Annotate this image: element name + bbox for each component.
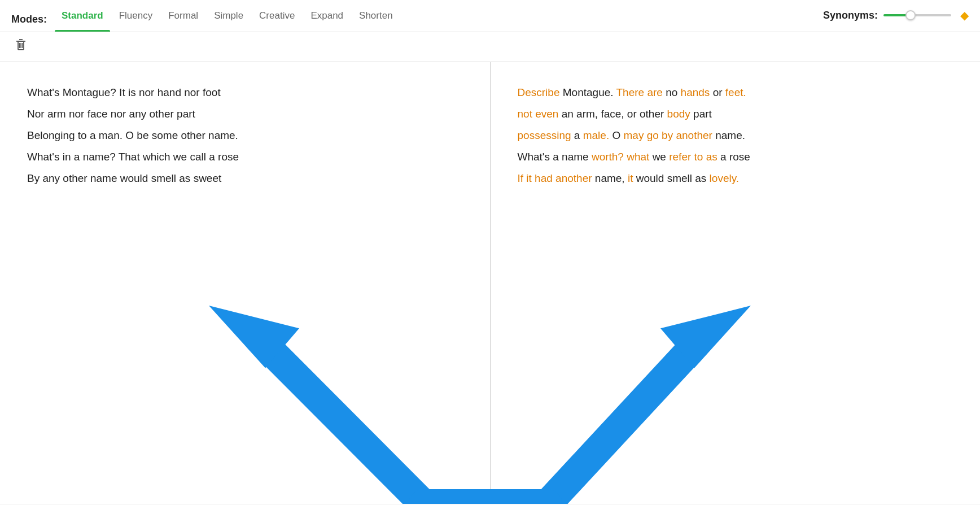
tab-fluency[interactable]: Fluency <box>112 7 160 32</box>
span-hands: hands <box>681 86 710 98</box>
slider-thumb <box>905 10 916 20</box>
span-montague: Montague. <box>563 86 616 98</box>
left-line-5: By any other name would smell as sweet <box>27 168 463 189</box>
span-a-rose: a rose <box>720 151 750 163</box>
left-line-4: What's in a name? That which we call a r… <box>27 147 463 167</box>
diamond-icon: ◆ <box>960 8 969 22</box>
span-body: body <box>667 108 690 120</box>
span-lovely: lovely. <box>710 172 739 184</box>
tab-simple[interactable]: Simple <box>207 7 250 32</box>
right-panel: Describe Montague. There are no hands or… <box>491 62 981 504</box>
left-line-1: What's Montague? It is nor hand nor foot <box>27 82 463 103</box>
span-possessing: possessing <box>518 129 571 141</box>
span-whats-a-name: What's a name <box>518 151 592 163</box>
modes-label: Modes: <box>11 14 47 25</box>
span-there-are: There are <box>616 86 663 98</box>
right-panel-text: Describe Montague. There are no hands or… <box>518 82 953 189</box>
right-line-2: not even an arm, face, or other body par… <box>518 104 953 124</box>
left-panel: What's Montague? It is nor hand nor foot… <box>0 62 491 504</box>
right-line-5: If it had another name, it would smell a… <box>518 168 953 189</box>
mode-tabs: Standard Fluency Formal Simple Creative … <box>55 7 400 32</box>
left-line-3: Belonging to a man. O be some other name… <box>27 125 463 146</box>
span-male: male. <box>583 129 609 141</box>
right-line-4: What's a name worth? what we refer to as… <box>518 147 953 167</box>
span-o: O <box>612 129 623 141</box>
span-an-arm: an arm, face, or other <box>562 108 667 120</box>
span-describe: Describe <box>518 86 560 98</box>
span-would-smell: would smell as <box>636 172 710 184</box>
tab-standard[interactable]: Standard <box>55 7 110 32</box>
span-refer-to-as: refer to as <box>669 151 718 163</box>
synonyms-section: Synonyms: ◆ <box>823 8 969 30</box>
tab-expand[interactable]: Expand <box>304 7 350 32</box>
span-a: a <box>574 129 583 141</box>
span-no: no <box>666 86 680 98</box>
tab-creative[interactable]: Creative <box>252 7 301 32</box>
main-content: What's Montague? It is nor hand nor foot… <box>0 62 980 504</box>
right-line-1: Describe Montague. There are no hands or… <box>518 82 953 103</box>
span-may-go: may go by another <box>624 129 712 141</box>
span-if-it-had: If it had another <box>518 172 592 184</box>
right-line-3: possessing a male. O may go by another n… <box>518 125 953 146</box>
span-name-period: name. <box>715 129 745 141</box>
span-name-comma: name, <box>595 172 628 184</box>
toolbar-row1: Modes: Standard Fluency Formal Simple Cr… <box>0 0 980 32</box>
tab-formal[interactable]: Formal <box>161 7 205 32</box>
left-panel-text: What's Montague? It is nor hand nor foot… <box>27 82 463 189</box>
tab-shorten[interactable]: Shorten <box>352 7 400 32</box>
synonyms-label: Synonyms: <box>823 10 878 21</box>
slider-track <box>883 14 951 16</box>
left-line-2: Nor arm nor face nor any other part <box>27 104 463 124</box>
trash-button[interactable] <box>11 37 30 56</box>
span-not-even: not even <box>518 108 559 120</box>
span-part: part <box>693 108 712 120</box>
span-or: or <box>713 86 725 98</box>
span-worth-what: worth? what <box>592 151 649 163</box>
toolbar-row2 <box>0 32 980 62</box>
span-it: it <box>628 172 633 184</box>
span-we: we <box>653 151 670 163</box>
span-feet: feet. <box>725 86 746 98</box>
synonyms-slider[interactable] <box>883 10 951 21</box>
